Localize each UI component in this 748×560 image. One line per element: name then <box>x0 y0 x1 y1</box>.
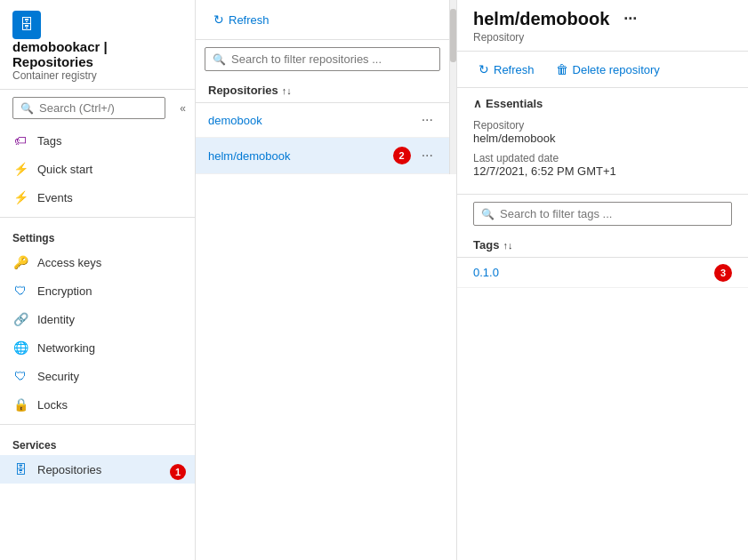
sidebar-item-label-access-keys: Access keys <box>37 256 101 269</box>
repositories-badge: 1 <box>170 464 186 480</box>
right-refresh-label: Refresh <box>494 63 535 76</box>
repo-item-demobook[interactable]: demobook ··· <box>196 103 449 138</box>
sidebar-collapse-icon[interactable]: « <box>174 102 191 115</box>
delete-repository-label: Delete repository <box>573 63 660 76</box>
essentials-field-value-last-updated: 12/7/2021, 6:52 PM GMT+1 <box>473 164 732 178</box>
repo-dots-helm-demobook[interactable]: ··· <box>418 148 437 164</box>
repo-item-helm-demobook[interactable]: helm/demobook 2 ··· <box>196 138 449 174</box>
registry-icon: 🗄 <box>12 11 41 39</box>
middle-refresh-label: Refresh <box>229 13 269 27</box>
essentials-chevron: ∧ <box>473 97 482 110</box>
sidebar-item-label-identity: Identity <box>37 313 75 326</box>
right-panel-title: helm/demobook <box>473 9 609 29</box>
security-icon: 🛡 <box>12 368 28 384</box>
sidebar-item-repositories[interactable]: 🗄 Repositories 1 <box>0 455 195 484</box>
tag-badge-010: 3 <box>714 264 732 282</box>
repo-list-header: Repositories ↑↓ <box>196 78 449 103</box>
quickstart-icon: ⚡ <box>12 161 28 177</box>
access-keys-icon: 🔑 <box>12 254 28 270</box>
sidebar-item-label-quickstart: Quick start <box>37 163 92 176</box>
settings-section-label: Settings <box>0 223 195 248</box>
sidebar-item-label-security: Security <box>37 370 79 383</box>
divider-services <box>0 424 195 425</box>
sidebar-item-label-repositories: Repositories <box>37 463 101 476</box>
middle-scrollbar-track[interactable] <box>449 0 456 174</box>
sidebar-item-security[interactable]: 🛡 Security <box>0 362 195 390</box>
sidebar-search-input[interactable] <box>39 101 157 115</box>
sidebar-item-locks[interactable]: 🔒 Locks <box>0 390 195 419</box>
essentials-row-repository: Repository helm/demobook <box>473 119 732 145</box>
sidebar-search-box[interactable]: 🔍 <box>12 97 165 119</box>
sidebar-item-label-events: Events <box>37 191 73 204</box>
repo-list-header-label: Repositories <box>208 84 278 97</box>
tags-sort-icon[interactable]: ↑↓ <box>503 240 512 251</box>
sidebar-header: 🗄 demobookacr | Repositories Container r… <box>0 0 195 90</box>
repositories-icon: 🗄 <box>12 461 28 477</box>
right-header-dots-icon[interactable]: ··· <box>623 10 637 28</box>
right-refresh-icon: ↻ <box>479 62 489 76</box>
repo-dots-demobook[interactable]: ··· <box>418 112 437 128</box>
middle-toolbar: ↻ Refresh <box>196 0 449 40</box>
tags-search-box[interactable]: 🔍 <box>473 202 732 226</box>
sidebar-item-tags[interactable]: 🏷 Tags <box>0 126 195 155</box>
search-icon: 🔍 <box>20 102 34 115</box>
middle-search-icon: 🔍 <box>213 53 226 66</box>
right-panel: helm/demobook ··· Repository ↻ Refresh 🗑… <box>457 0 748 560</box>
right-toolbar: ↻ Refresh 🗑 Delete repository <box>457 52 748 88</box>
delete-repo-icon: 🗑 <box>556 62 568 76</box>
repo-item-badge-helm-demobook: 2 <box>393 147 411 164</box>
middle-search-box[interactable]: 🔍 <box>205 47 440 71</box>
tags-icon: 🏷 <box>12 132 28 148</box>
repo-list: demobook ··· helm/demobook 2 ··· <box>196 103 449 174</box>
sidebar-item-events[interactable]: ⚡ Events <box>0 183 195 212</box>
middle-search-input[interactable] <box>231 52 432 66</box>
events-icon: ⚡ <box>12 189 28 205</box>
tags-search-icon: 🔍 <box>481 208 495 220</box>
tags-list: 0.1.0 3 <box>457 258 748 560</box>
tags-search-input[interactable] <box>500 207 724 220</box>
sidebar-item-label-networking: Networking <box>37 341 95 355</box>
middle-panel: ↻ Refresh 🔍 Repositories ↑↓ demobook ···… <box>196 0 457 560</box>
tags-list-header: Tags ↑↓ <box>457 233 748 258</box>
divider-settings <box>0 217 195 218</box>
middle-refresh-button[interactable]: ↻ Refresh <box>208 9 275 30</box>
locks-icon: 🔒 <box>12 396 28 412</box>
sidebar-item-encryption[interactable]: 🛡 Encryption <box>0 276 195 305</box>
essentials-row-last-updated: Last updated date 12/7/2021, 6:52 PM GMT… <box>473 152 732 178</box>
sidebar-item-identity[interactable]: 🔗 Identity <box>0 305 195 333</box>
tags-header-label: Tags <box>473 238 499 252</box>
essentials-title[interactable]: ∧ Essentials <box>473 97 732 110</box>
right-header-title-row: helm/demobook ··· <box>473 9 732 29</box>
right-header: helm/demobook ··· Repository <box>457 0 748 52</box>
networking-icon: 🌐 <box>12 340 28 356</box>
middle-scrollbar-thumb[interactable] <box>450 9 456 62</box>
right-refresh-button[interactable]: ↻ Refresh <box>473 59 540 80</box>
essentials-field-label-last-updated: Last updated date <box>473 152 732 164</box>
sidebar-item-label-locks: Locks <box>37 398 68 412</box>
sidebar-title: demobookacr | Repositories <box>12 39 182 69</box>
tag-item-010[interactable]: 0.1.0 3 <box>457 258 748 288</box>
sidebar-item-quickstart[interactable]: ⚡ Quick start <box>0 155 195 183</box>
essentials-field-label-repository: Repository <box>473 119 732 132</box>
repo-item-name-demobook: demobook <box>208 114 418 127</box>
essentials-field-value-repository: helm/demobook <box>473 132 732 145</box>
sidebar: 🗄 demobookacr | Repositories Container r… <box>0 0 196 560</box>
repo-item-name-helm-demobook: helm/demobook <box>208 149 393 163</box>
sidebar-item-networking[interactable]: 🌐 Networking <box>0 333 195 362</box>
right-panel-subtitle: Repository <box>473 31 732 44</box>
essentials-section: ∧ Essentials Repository helm/demobook La… <box>457 88 748 195</box>
sidebar-subtitle: Container registry <box>12 69 182 82</box>
sidebar-item-label-encryption: Encryption <box>37 284 92 298</box>
encryption-icon: 🛡 <box>12 283 28 299</box>
tag-name-010: 0.1.0 <box>473 266 499 279</box>
sidebar-item-access-keys[interactable]: 🔑 Access keys <box>0 248 195 276</box>
delete-repository-button[interactable]: 🗑 Delete repository <box>551 59 665 80</box>
middle-refresh-icon: ↻ <box>213 12 224 27</box>
repo-sort-icon[interactable]: ↑↓ <box>282 85 292 96</box>
essentials-label: Essentials <box>486 97 543 110</box>
identity-icon: 🔗 <box>12 311 28 327</box>
sidebar-item-label-tags: Tags <box>37 134 61 148</box>
services-section-label: Services <box>0 430 195 455</box>
